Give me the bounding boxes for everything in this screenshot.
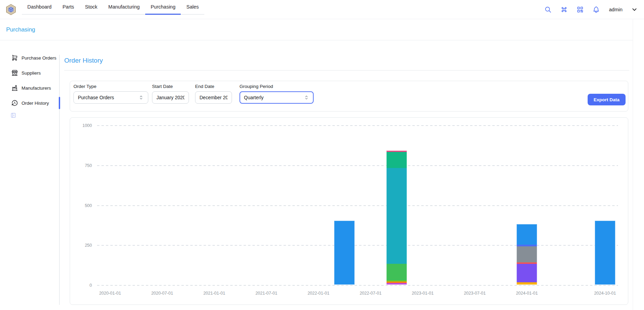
tab-parts[interactable]: Parts <box>57 0 80 15</box>
gridline <box>97 245 618 246</box>
x-axis-tick: 2023-07-01 <box>464 291 486 296</box>
start-date-label: Start Date <box>152 84 189 89</box>
tab-sales[interactable]: Sales <box>181 0 204 15</box>
end-date-box <box>195 91 232 104</box>
page: DashboardPartsStockManufacturingPurchasi… <box>0 0 644 310</box>
nav-tabs: DashboardPartsStockManufacturingPurchasi… <box>22 0 204 15</box>
sidebar-item-purchase-orders[interactable]: Purchase Orders <box>0 52 58 64</box>
order-type-select[interactable]: Purchase Orders <box>73 91 148 104</box>
qrcode-icon[interactable] <box>576 6 584 13</box>
start-date-input[interactable] <box>156 95 184 100</box>
sidebar-item-order-history[interactable]: Order History <box>0 97 58 109</box>
export-data-button[interactable]: Export Data <box>588 94 626 105</box>
end-date-input[interactable] <box>200 95 228 100</box>
start-date-box <box>152 91 189 104</box>
bar-segment <box>334 221 355 285</box>
x-axis-tick: 2022-07-01 <box>360 291 382 296</box>
gridline <box>97 125 618 126</box>
sidebar-item-manufacturers[interactable]: Manufacturers <box>0 82 58 94</box>
bar-segment <box>386 283 407 285</box>
breadcrumb-bar: Purchasing <box>0 19 633 40</box>
bar-segment <box>517 246 537 262</box>
bar-2024-01-01[interactable] <box>517 224 537 285</box>
tab-dashboard[interactable]: Dashboard <box>22 0 57 15</box>
bar-segment <box>517 224 537 245</box>
x-axis-tick: 2024-10-01 <box>594 291 616 296</box>
chart-card: 025050075010002020-01-012020-07-012021-0… <box>70 117 628 305</box>
shopping-cart-icon <box>11 54 18 61</box>
bar-segment <box>386 152 407 168</box>
filter-card: Order Type Purchase Orders Start Date En… <box>70 81 628 112</box>
bar-segment <box>595 221 615 285</box>
tab-purchasing[interactable]: Purchasing <box>145 0 181 15</box>
grouping-period-value: Quarterly <box>244 95 264 100</box>
top-navbar: DashboardPartsStockManufacturingPurchasi… <box>0 0 644 19</box>
page-title: Order History <box>64 57 103 64</box>
y-axis-tick: 750 <box>73 163 92 168</box>
order-type-value: Purchase Orders <box>78 95 114 100</box>
bar-segment <box>386 264 407 281</box>
nav-actions: admin <box>544 6 638 13</box>
end-date-label: End Date <box>195 84 232 89</box>
gridline <box>97 285 618 286</box>
bell-icon[interactable] <box>592 6 600 13</box>
sidebar-item-label: Purchase Orders <box>22 55 56 61</box>
bar-2024-10-01[interactable] <box>595 221 615 285</box>
y-axis-tick: 500 <box>73 203 92 208</box>
sidebar-item-label: Order History <box>22 101 49 106</box>
bar-2022-10-01[interactable] <box>386 151 407 285</box>
sidebar-item-suppliers[interactable]: Suppliers <box>0 67 58 79</box>
app-logo-icon[interactable] <box>5 3 17 16</box>
tab-stock[interactable]: Stock <box>80 0 103 15</box>
bar-segment <box>517 282 537 285</box>
bar-2022-04-01[interactable] <box>334 221 355 285</box>
x-axis-tick: 2022-01-01 <box>307 291 329 296</box>
grouping-period-select[interactable]: Quarterly <box>239 91 314 104</box>
selector-icon <box>138 95 144 100</box>
command-icon[interactable] <box>560 6 568 13</box>
x-axis-tick: 2020-01-01 <box>99 291 121 296</box>
history-icon <box>11 100 18 106</box>
x-axis-tick: 2021-01-01 <box>203 291 225 296</box>
chart-plot: 025050075010002020-01-012020-07-012021-0… <box>70 118 628 305</box>
sidebar-menu: Purchase OrdersSuppliersManufacturersOrd… <box>0 52 58 112</box>
gridline <box>97 205 618 206</box>
chevron-down-icon[interactable] <box>631 6 638 13</box>
x-axis-tick: 2020-07-01 <box>151 291 173 296</box>
sidebar: Purchase OrdersSuppliersManufacturersOrd… <box>0 40 60 310</box>
grouping-period-label: Grouping Period <box>239 84 314 89</box>
x-axis-tick: 2021-07-01 <box>256 291 277 296</box>
y-axis-tick: 0 <box>73 283 92 288</box>
title-divider <box>64 70 629 70</box>
sidebar-item-label: Suppliers <box>22 70 41 76</box>
y-axis-tick: 250 <box>73 243 92 248</box>
factory-icon <box>11 85 18 91</box>
sidebar-collapse-icon[interactable] <box>10 112 16 118</box>
gridline <box>97 165 618 166</box>
store-icon <box>11 69 18 76</box>
tab-manufacturing[interactable]: Manufacturing <box>103 0 145 15</box>
nav-icons <box>544 6 600 13</box>
bar-segment <box>517 264 537 282</box>
bar-segment <box>386 168 407 264</box>
x-axis-tick: 2024-01-01 <box>516 291 538 296</box>
search-icon[interactable] <box>544 6 552 13</box>
y-axis-tick: 1000 <box>73 123 92 128</box>
scrollbar-track[interactable] <box>633 19 633 310</box>
sidebar-item-label: Manufacturers <box>22 86 51 91</box>
main-panel: Order History Order Type Purchase Orders… <box>60 40 633 310</box>
order-type-label: Order Type <box>73 84 148 89</box>
user-menu-label[interactable]: admin <box>609 7 623 12</box>
selector-icon <box>304 95 309 100</box>
breadcrumb[interactable]: Purchasing <box>6 26 35 33</box>
x-axis-tick: 2023-01-01 <box>412 291 434 296</box>
